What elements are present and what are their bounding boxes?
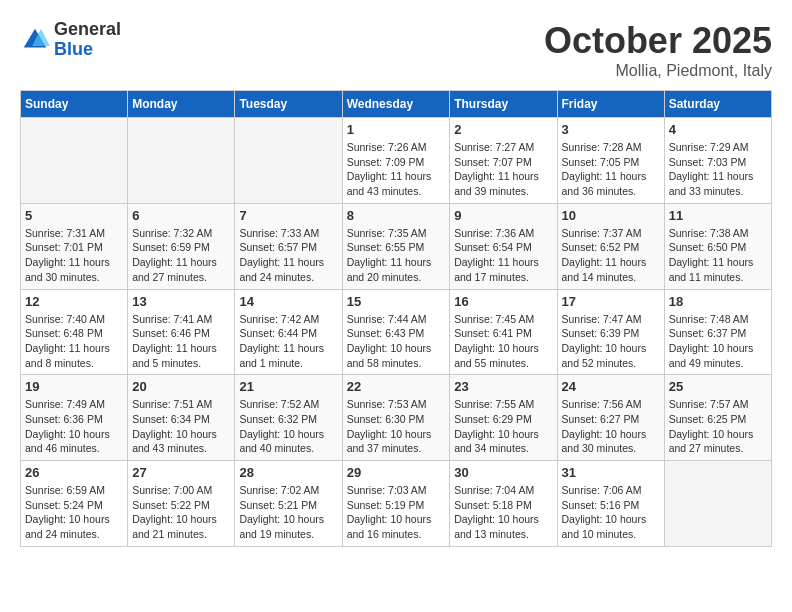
calendar-cell: 26Sunrise: 6:59 AM Sunset: 5:24 PM Dayli… bbox=[21, 461, 128, 547]
logo-blue: Blue bbox=[54, 39, 93, 59]
page-header: General Blue October 2025 Mollia, Piedmo… bbox=[20, 20, 772, 80]
day-number: 28 bbox=[239, 465, 337, 480]
day-number: 21 bbox=[239, 379, 337, 394]
day-number: 27 bbox=[132, 465, 230, 480]
day-number: 16 bbox=[454, 294, 552, 309]
calendar-week-row: 12Sunrise: 7:40 AM Sunset: 6:48 PM Dayli… bbox=[21, 289, 772, 375]
day-info: Sunrise: 7:57 AM Sunset: 6:25 PM Dayligh… bbox=[669, 397, 767, 456]
calendar-cell: 4Sunrise: 7:29 AM Sunset: 7:03 PM Daylig… bbox=[664, 118, 771, 204]
day-info: Sunrise: 7:00 AM Sunset: 5:22 PM Dayligh… bbox=[132, 483, 230, 542]
calendar-cell: 30Sunrise: 7:04 AM Sunset: 5:18 PM Dayli… bbox=[450, 461, 557, 547]
day-info: Sunrise: 7:52 AM Sunset: 6:32 PM Dayligh… bbox=[239, 397, 337, 456]
calendar-cell: 6Sunrise: 7:32 AM Sunset: 6:59 PM Daylig… bbox=[128, 203, 235, 289]
title-block: October 2025 Mollia, Piedmont, Italy bbox=[544, 20, 772, 80]
calendar-cell: 20Sunrise: 7:51 AM Sunset: 6:34 PM Dayli… bbox=[128, 375, 235, 461]
day-info: Sunrise: 7:47 AM Sunset: 6:39 PM Dayligh… bbox=[562, 312, 660, 371]
day-number: 22 bbox=[347, 379, 446, 394]
day-info: Sunrise: 7:06 AM Sunset: 5:16 PM Dayligh… bbox=[562, 483, 660, 542]
day-info: Sunrise: 7:26 AM Sunset: 7:09 PM Dayligh… bbox=[347, 140, 446, 199]
logo-general: General bbox=[54, 19, 121, 39]
day-info: Sunrise: 7:40 AM Sunset: 6:48 PM Dayligh… bbox=[25, 312, 123, 371]
month-title: October 2025 bbox=[544, 20, 772, 62]
day-info: Sunrise: 7:35 AM Sunset: 6:55 PM Dayligh… bbox=[347, 226, 446, 285]
weekday-header: Friday bbox=[557, 91, 664, 118]
day-number: 4 bbox=[669, 122, 767, 137]
calendar-cell bbox=[664, 461, 771, 547]
day-number: 25 bbox=[669, 379, 767, 394]
calendar-cell: 13Sunrise: 7:41 AM Sunset: 6:46 PM Dayli… bbox=[128, 289, 235, 375]
calendar-cell bbox=[235, 118, 342, 204]
day-info: Sunrise: 7:37 AM Sunset: 6:52 PM Dayligh… bbox=[562, 226, 660, 285]
day-info: Sunrise: 7:28 AM Sunset: 7:05 PM Dayligh… bbox=[562, 140, 660, 199]
day-number: 7 bbox=[239, 208, 337, 223]
calendar-header-row: SundayMondayTuesdayWednesdayThursdayFrid… bbox=[21, 91, 772, 118]
weekday-header: Monday bbox=[128, 91, 235, 118]
calendar-cell: 21Sunrise: 7:52 AM Sunset: 6:32 PM Dayli… bbox=[235, 375, 342, 461]
day-number: 14 bbox=[239, 294, 337, 309]
weekday-header: Wednesday bbox=[342, 91, 450, 118]
day-info: Sunrise: 7:53 AM Sunset: 6:30 PM Dayligh… bbox=[347, 397, 446, 456]
logo-text: General Blue bbox=[54, 20, 121, 60]
day-info: Sunrise: 7:49 AM Sunset: 6:36 PM Dayligh… bbox=[25, 397, 123, 456]
calendar-table: SundayMondayTuesdayWednesdayThursdayFrid… bbox=[20, 90, 772, 547]
day-number: 17 bbox=[562, 294, 660, 309]
weekday-header: Tuesday bbox=[235, 91, 342, 118]
day-number: 23 bbox=[454, 379, 552, 394]
calendar-cell: 10Sunrise: 7:37 AM Sunset: 6:52 PM Dayli… bbox=[557, 203, 664, 289]
calendar-cell: 29Sunrise: 7:03 AM Sunset: 5:19 PM Dayli… bbox=[342, 461, 450, 547]
calendar-cell: 25Sunrise: 7:57 AM Sunset: 6:25 PM Dayli… bbox=[664, 375, 771, 461]
day-info: Sunrise: 7:29 AM Sunset: 7:03 PM Dayligh… bbox=[669, 140, 767, 199]
calendar-cell: 31Sunrise: 7:06 AM Sunset: 5:16 PM Dayli… bbox=[557, 461, 664, 547]
day-number: 3 bbox=[562, 122, 660, 137]
calendar-cell: 27Sunrise: 7:00 AM Sunset: 5:22 PM Dayli… bbox=[128, 461, 235, 547]
day-info: Sunrise: 7:55 AM Sunset: 6:29 PM Dayligh… bbox=[454, 397, 552, 456]
day-info: Sunrise: 7:33 AM Sunset: 6:57 PM Dayligh… bbox=[239, 226, 337, 285]
day-info: Sunrise: 7:27 AM Sunset: 7:07 PM Dayligh… bbox=[454, 140, 552, 199]
calendar-cell: 16Sunrise: 7:45 AM Sunset: 6:41 PM Dayli… bbox=[450, 289, 557, 375]
calendar-cell: 17Sunrise: 7:47 AM Sunset: 6:39 PM Dayli… bbox=[557, 289, 664, 375]
calendar-cell: 7Sunrise: 7:33 AM Sunset: 6:57 PM Daylig… bbox=[235, 203, 342, 289]
day-number: 1 bbox=[347, 122, 446, 137]
day-number: 11 bbox=[669, 208, 767, 223]
calendar-cell: 24Sunrise: 7:56 AM Sunset: 6:27 PM Dayli… bbox=[557, 375, 664, 461]
calendar-week-row: 19Sunrise: 7:49 AM Sunset: 6:36 PM Dayli… bbox=[21, 375, 772, 461]
day-info: Sunrise: 7:04 AM Sunset: 5:18 PM Dayligh… bbox=[454, 483, 552, 542]
calendar-cell: 1Sunrise: 7:26 AM Sunset: 7:09 PM Daylig… bbox=[342, 118, 450, 204]
day-number: 20 bbox=[132, 379, 230, 394]
day-info: Sunrise: 7:56 AM Sunset: 6:27 PM Dayligh… bbox=[562, 397, 660, 456]
calendar-cell: 3Sunrise: 7:28 AM Sunset: 7:05 PM Daylig… bbox=[557, 118, 664, 204]
calendar-cell: 28Sunrise: 7:02 AM Sunset: 5:21 PM Dayli… bbox=[235, 461, 342, 547]
day-number: 8 bbox=[347, 208, 446, 223]
day-number: 2 bbox=[454, 122, 552, 137]
day-number: 12 bbox=[25, 294, 123, 309]
calendar-cell: 12Sunrise: 7:40 AM Sunset: 6:48 PM Dayli… bbox=[21, 289, 128, 375]
day-number: 24 bbox=[562, 379, 660, 394]
day-info: Sunrise: 7:36 AM Sunset: 6:54 PM Dayligh… bbox=[454, 226, 552, 285]
day-number: 29 bbox=[347, 465, 446, 480]
day-number: 31 bbox=[562, 465, 660, 480]
day-info: Sunrise: 6:59 AM Sunset: 5:24 PM Dayligh… bbox=[25, 483, 123, 542]
day-info: Sunrise: 7:44 AM Sunset: 6:43 PM Dayligh… bbox=[347, 312, 446, 371]
calendar-cell: 9Sunrise: 7:36 AM Sunset: 6:54 PM Daylig… bbox=[450, 203, 557, 289]
calendar-week-row: 1Sunrise: 7:26 AM Sunset: 7:09 PM Daylig… bbox=[21, 118, 772, 204]
day-number: 30 bbox=[454, 465, 552, 480]
calendar-cell bbox=[21, 118, 128, 204]
calendar-cell: 11Sunrise: 7:38 AM Sunset: 6:50 PM Dayli… bbox=[664, 203, 771, 289]
weekday-header: Thursday bbox=[450, 91, 557, 118]
day-number: 6 bbox=[132, 208, 230, 223]
calendar-week-row: 26Sunrise: 6:59 AM Sunset: 5:24 PM Dayli… bbox=[21, 461, 772, 547]
day-number: 10 bbox=[562, 208, 660, 223]
day-info: Sunrise: 7:42 AM Sunset: 6:44 PM Dayligh… bbox=[239, 312, 337, 371]
day-number: 19 bbox=[25, 379, 123, 394]
calendar-cell: 2Sunrise: 7:27 AM Sunset: 7:07 PM Daylig… bbox=[450, 118, 557, 204]
calendar-week-row: 5Sunrise: 7:31 AM Sunset: 7:01 PM Daylig… bbox=[21, 203, 772, 289]
calendar-cell: 22Sunrise: 7:53 AM Sunset: 6:30 PM Dayli… bbox=[342, 375, 450, 461]
weekday-header: Saturday bbox=[664, 91, 771, 118]
calendar-cell: 5Sunrise: 7:31 AM Sunset: 7:01 PM Daylig… bbox=[21, 203, 128, 289]
day-number: 13 bbox=[132, 294, 230, 309]
calendar-cell: 8Sunrise: 7:35 AM Sunset: 6:55 PM Daylig… bbox=[342, 203, 450, 289]
day-number: 15 bbox=[347, 294, 446, 309]
weekday-header: Sunday bbox=[21, 91, 128, 118]
day-info: Sunrise: 7:32 AM Sunset: 6:59 PM Dayligh… bbox=[132, 226, 230, 285]
logo-icon bbox=[20, 25, 50, 55]
